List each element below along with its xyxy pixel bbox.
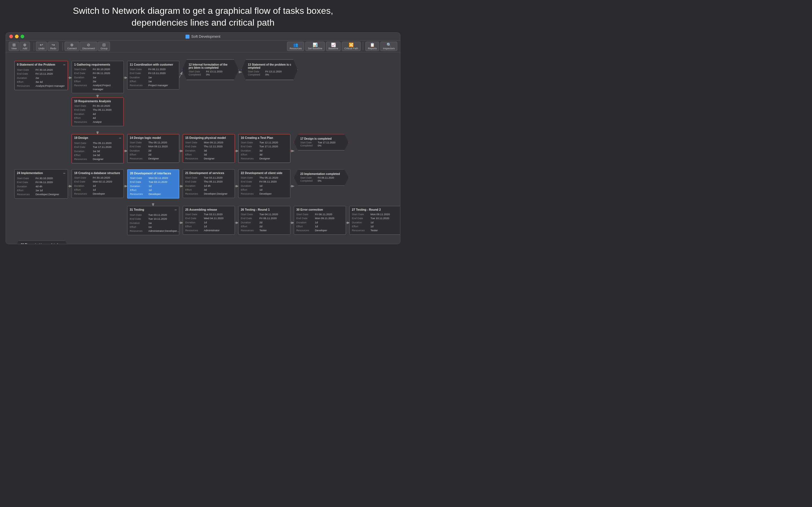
hex-box-17[interactable]: 17 Design is completed Start DateTue 17.…: [294, 134, 349, 151]
add-icon: ⊕: [23, 43, 27, 47]
task-title-10: 10 Requirements Analysis: [74, 100, 121, 103]
task-title-25: 25 Assembling release: [185, 208, 232, 211]
resources-icon: 👥: [293, 43, 298, 47]
group-button[interactable]: ⊟ Group: [98, 42, 110, 51]
resources-button[interactable]: 👥 Resources: [287, 42, 304, 51]
task-title-20: 20 Development of interfaces: [130, 172, 176, 175]
collapse-24[interactable]: −: [63, 171, 65, 175]
task-box-26[interactable]: 26 Testing - Round 1 Start DateTue 04.11…: [238, 206, 290, 234]
inspectors-icon: 🔍: [387, 43, 391, 47]
toolbar-group-undoredo: ↩ Undo ↪ Redo: [36, 42, 59, 51]
task-box-21[interactable]: 21 Development of services Start DateTue…: [183, 169, 235, 198]
baseline-button[interactable]: 📈 Baseline: [326, 42, 341, 51]
baseline-icon: 📈: [331, 43, 336, 47]
set-baseline-icon: 📊: [313, 43, 317, 47]
task-box-10[interactable]: 10 Requirements Analysis Start DateFri 3…: [71, 98, 124, 126]
collapse-19[interactable]: −: [119, 136, 121, 140]
task-box-0[interactable]: 0 Statement of the Problem − Start DateF…: [14, 61, 68, 90]
reports-icon: 📋: [370, 43, 375, 47]
collapse-0[interactable]: −: [63, 63, 65, 67]
task-box-14[interactable]: 14 Design logic model Start DateThu 05.1…: [127, 134, 179, 163]
set-baseline-button[interactable]: 📊 Set Baseline: [305, 42, 325, 51]
task-box-18[interactable]: 18 Creating a database structure Start D…: [71, 169, 124, 198]
title-bar: Soft Development: [6, 33, 400, 41]
task-box-20[interactable]: 20 Development of interfaces Start DateM…: [127, 169, 179, 198]
add-button[interactable]: ⊕ Add: [20, 42, 30, 51]
task-title-19: 19 Design −: [74, 136, 121, 140]
svg-line-2: [179, 72, 182, 78]
task-title-21: 21 Development of services: [185, 171, 232, 175]
task-box-24[interactable]: 24 Implementation − Start DateFri 30.10.…: [14, 169, 68, 198]
task-title-24: 24 Implementation −: [17, 171, 65, 175]
critical-path-button[interactable]: 🔀 Critical Path: [342, 42, 361, 51]
redo-icon: ↪: [52, 43, 55, 47]
task-title-18: 18 Creating a database structure: [74, 171, 121, 175]
app-window: Soft Development ⊞ View ⊕ Add ↩ Undo: [6, 33, 400, 244]
task-box-30[interactable]: 30 Error correction Start DateFri 06.11.…: [294, 206, 346, 234]
task-box-1[interactable]: 1 Gathering requirements Start DateFri 3…: [71, 61, 124, 93]
critical-path-icon: 🔀: [349, 43, 354, 47]
canvas-area[interactable]: 0 Statement of the Problem − Start DateF…: [6, 52, 400, 244]
task-title-15: 15 Designing physical model: [185, 136, 232, 139]
task-box-31[interactable]: 31 Testing − Start DateTue 03.11.2020 En…: [127, 206, 179, 235]
page: Switch to Network diagram to get a graph…: [0, 0, 406, 244]
task-title-26: 26 Testing - Round 1: [241, 208, 288, 211]
task-box-25[interactable]: 25 Assembling release Start DateTue 03.1…: [183, 206, 235, 234]
hex-box-13[interactable]: 13 Statement of the problem is c omplete…: [241, 59, 298, 80]
task-box-11[interactable]: 11 Coordination with customer Start Date…: [127, 61, 179, 89]
toolbar-right: 👥 Resources 📊 Set Baseline 📈 Baseline 🔀 …: [287, 42, 397, 51]
hex-box-23[interactable]: 23 Implementation completed Start DateFr…: [294, 169, 349, 186]
task-title-1: 1 Gathering requirements: [74, 63, 121, 66]
undo-button[interactable]: ↩ Undo: [36, 42, 47, 51]
task-box-22[interactable]: 22 Development of client side Start Date…: [238, 169, 290, 198]
task-box-19[interactable]: 19 Design − Start DateThu 05.11.2020 End…: [71, 134, 124, 163]
close-button[interactable]: [9, 35, 13, 38]
separator-1: [34, 42, 34, 51]
collapse-31[interactable]: −: [174, 208, 177, 212]
task-title-31: 31 Testing −: [130, 208, 177, 212]
page-header: Switch to Network diagram to get a graph…: [0, 0, 406, 33]
group-icon: ⊟: [102, 43, 106, 47]
toolbar-group-view: ⊞ View ⊕ Add: [9, 42, 30, 51]
disconnect-icon: ⊘: [87, 43, 90, 47]
redo-button[interactable]: ↪ Redo: [48, 42, 59, 51]
toolbar: ⊞ View ⊕ Add ↩ Undo ↪ Redo: [6, 41, 400, 52]
window-title: Soft Development: [186, 34, 220, 39]
task-title-16: 16 Creating a Test Plan: [241, 136, 288, 139]
task-title-22: 22 Development of client side: [241, 171, 288, 175]
task-title-27: 27 Testing - Round 2: [352, 208, 399, 211]
task-box-27[interactable]: 27 Testing - Round 2 Start DateMon 09.11…: [349, 206, 400, 234]
undo-icon: ↩: [40, 43, 43, 47]
task-title-0: 0 Statement of the Problem −: [17, 63, 65, 67]
view-icon: ⊞: [12, 43, 16, 47]
task-title-11: 11 Coordination with customer: [130, 63, 177, 66]
task-title-30: 30 Error correction: [296, 208, 343, 211]
connect-icon: ⊗: [70, 43, 73, 47]
header-title: Switch to Network diagram to get a graph…: [17, 5, 389, 29]
reports-button[interactable]: 📋 Reports: [365, 42, 379, 51]
minimize-button[interactable]: [15, 35, 18, 38]
inspectors-button[interactable]: 🔍 Inspectors: [380, 42, 397, 51]
disconnect-button[interactable]: ⊘ Disconnect: [80, 42, 98, 51]
hex-box-36[interactable]: 36 The project is completed Start DateFr…: [14, 240, 69, 244]
maximize-button[interactable]: [20, 35, 24, 38]
task-box-16[interactable]: 16 Creating a Test Plan Start DateTue 12…: [238, 134, 290, 163]
task-box-15[interactable]: 15 Designing physical model Start DateMo…: [183, 134, 235, 163]
app-icon: [186, 35, 190, 39]
view-button[interactable]: ⊞ View: [9, 42, 19, 51]
hex-box-12[interactable]: 12 Internal formulation of the pro blem …: [182, 59, 239, 80]
traffic-lights: [9, 35, 24, 38]
toolbar-group-connect: ⊗ Connect ⊘ Disconnect ⊟ Group: [64, 42, 110, 51]
connect-button[interactable]: ⊗ Connect: [64, 42, 79, 51]
task-title-14: 14 Design logic model: [130, 136, 177, 139]
separator-3: [363, 42, 363, 50]
